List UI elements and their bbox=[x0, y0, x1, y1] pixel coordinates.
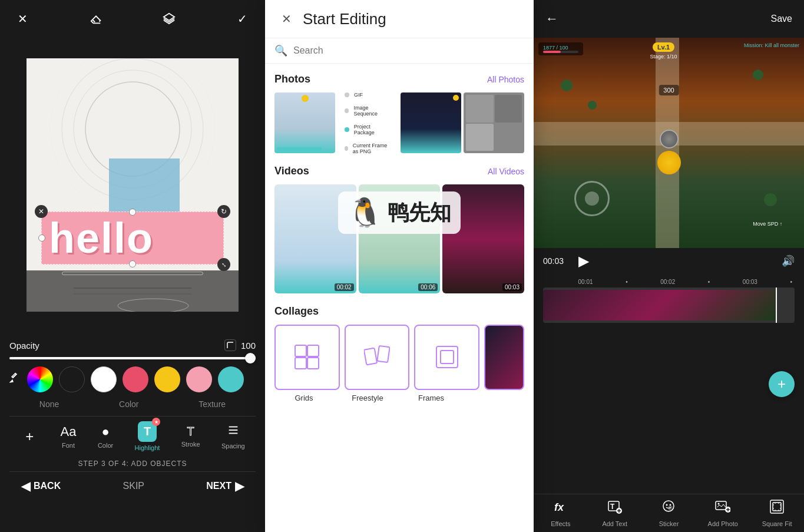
middle-content[interactable]: Photos All Photos GIF Image Sequence Pro… bbox=[265, 64, 534, 532]
opacity-label: Opacity bbox=[9, 341, 39, 351]
effects-label: Effects bbox=[551, 520, 570, 527]
timestamp-5: 00:03 bbox=[743, 279, 757, 285]
middle-panel: ✕ Start Editing 🔍 Photos All Photos GIF bbox=[265, 0, 534, 532]
font-icon: Aa bbox=[61, 424, 77, 440]
step-label: STEP 3 OF 4: ADD OBJECTS bbox=[9, 456, 256, 471]
canvas-mockup: ✕ ↻ ⤡ hello bbox=[27, 58, 239, 312]
corner-radius-btn[interactable] bbox=[224, 339, 236, 351]
photo-thumb-2[interactable]: GIF Image Sequence Project Package Curre… bbox=[338, 92, 398, 153]
search-icon: 🔍 bbox=[274, 44, 287, 57]
close-icon[interactable]: ✕ bbox=[12, 8, 33, 29]
spacing-icon bbox=[227, 424, 240, 440]
fill-tab-texture[interactable]: Texture bbox=[191, 397, 233, 411]
photos-title: Photos bbox=[274, 73, 310, 85]
right-bottom-bar: fx Effects T Add Text bbox=[534, 494, 804, 532]
joystick bbox=[574, 181, 610, 216]
video-thumb-2[interactable]: 00:06 bbox=[359, 184, 441, 293]
font-tool[interactable]: Aa Font bbox=[61, 424, 77, 449]
play-btn[interactable]: ▶ bbox=[578, 253, 589, 269]
timeline-area: 00:01 • 00:02 • 00:03 • + bbox=[534, 274, 804, 494]
color-pink[interactable] bbox=[186, 366, 212, 392]
eraser-icon[interactable] bbox=[85, 8, 107, 29]
health-bar: 1877 / 100 bbox=[538, 42, 583, 55]
svg-rect-6 bbox=[109, 158, 180, 212]
all-videos-link[interactable]: All Videos bbox=[488, 167, 524, 176]
collage-extra[interactable] bbox=[484, 325, 524, 390]
timeline-timestamps: 00:01 • 00:02 • 00:03 • bbox=[543, 279, 795, 285]
video-duration-1: 00:02 bbox=[335, 283, 354, 291]
timestamp-2: • bbox=[626, 279, 628, 285]
highlight-tool[interactable]: T ★ Highlight bbox=[135, 421, 160, 451]
search-input[interactable] bbox=[293, 45, 524, 56]
collage-labels: Grids Freestyle Frames bbox=[274, 394, 524, 402]
volume-btn[interactable]: 🔊 bbox=[782, 255, 795, 267]
spacing-tool[interactable]: Spacing bbox=[221, 424, 245, 450]
player-area bbox=[657, 130, 681, 174]
color-white[interactable] bbox=[91, 366, 117, 392]
close-panel-btn[interactable]: ✕ bbox=[277, 9, 296, 28]
color-red[interactable] bbox=[123, 366, 148, 392]
color-teal[interactable] bbox=[218, 366, 244, 392]
next-arrow-icon: ▶ bbox=[235, 479, 244, 493]
next-btn[interactable]: NEXT ▶ bbox=[206, 479, 244, 493]
timeline-track[interactable] bbox=[543, 288, 795, 323]
svg-rect-22 bbox=[441, 351, 454, 364]
color-tool[interactable]: ● Color bbox=[98, 424, 113, 449]
effects-tool[interactable]: fx Effects bbox=[543, 499, 578, 527]
highlight-box: T ★ bbox=[138, 421, 157, 442]
save-btn[interactable]: Save bbox=[771, 14, 792, 24]
fill-tab-color[interactable]: Color bbox=[112, 397, 145, 411]
photos-grid: GIF Image Sequence Project Package Curre… bbox=[274, 92, 524, 153]
collage-freestyle[interactable] bbox=[345, 325, 410, 390]
video-thumbs: 00:02 00:06 00:03 bbox=[274, 184, 524, 293]
video-thumb-3[interactable]: 00:03 bbox=[442, 184, 524, 293]
add-photo-tool[interactable]: Add Photo bbox=[705, 499, 740, 527]
layers-icon[interactable] bbox=[158, 8, 180, 29]
add-element-btn[interactable]: + bbox=[20, 427, 39, 446]
svg-text:T: T bbox=[610, 503, 615, 511]
canvas-area: ✕ ↻ ⤡ hello bbox=[0, 38, 265, 332]
svg-point-33 bbox=[718, 503, 720, 505]
video-thumb-1[interactable]: 00:02 bbox=[274, 184, 356, 293]
stroke-tool[interactable]: T Stroke bbox=[181, 425, 200, 448]
fill-tab-none[interactable]: None bbox=[32, 397, 66, 411]
square-fit-tool[interactable]: Square Fit bbox=[759, 499, 795, 527]
right-top-bar: ← Save bbox=[534, 0, 804, 38]
eyedropper-btn[interactable] bbox=[9, 372, 21, 387]
game-ui-top: 1877 / 100 Lv.1 Stage: 1/10 Mission: Kil… bbox=[538, 42, 799, 60]
opacity-slider[interactable] bbox=[9, 357, 256, 359]
color-black[interactable] bbox=[59, 366, 85, 392]
collage-grids[interactable] bbox=[274, 325, 340, 390]
spacing-label: Spacing bbox=[221, 442, 245, 450]
video-playback-bar: 00:03 ▶ 🔊 bbox=[534, 248, 804, 274]
right-back-btn[interactable]: ← bbox=[545, 11, 558, 27]
sticker-label: Sticker bbox=[659, 520, 679, 527]
svg-text:fx: fx bbox=[554, 501, 564, 513]
add-text-tool[interactable]: T Add Text bbox=[597, 499, 633, 527]
collages-section-header: Collages bbox=[274, 305, 524, 318]
photo-thumb-1[interactable] bbox=[274, 92, 335, 153]
color-picker-swatch[interactable] bbox=[27, 366, 53, 392]
skip-btn[interactable]: SKIP bbox=[123, 481, 144, 491]
sticker-tool[interactable]: Sticker bbox=[651, 499, 686, 527]
timestamp-1: 00:01 bbox=[578, 279, 593, 285]
photo-thumb-3[interactable] bbox=[401, 92, 461, 153]
photo-thumb-4[interactable] bbox=[464, 92, 524, 153]
square-fit-label: Square Fit bbox=[762, 520, 792, 527]
svg-rect-20 bbox=[377, 346, 389, 362]
next-label: NEXT bbox=[206, 481, 231, 491]
controls-area: Opacity 100 bbox=[0, 332, 265, 507]
opacity-value: 100 bbox=[241, 341, 256, 351]
video-duration-2: 00:06 bbox=[418, 283, 438, 291]
add-clip-btn[interactable]: + bbox=[769, 371, 795, 397]
all-photos-link[interactable]: All Photos bbox=[487, 75, 524, 84]
color-yellow[interactable] bbox=[154, 366, 180, 392]
score-display: 300 bbox=[659, 85, 679, 95]
right-panel: ← Save 1877 / 100 Lv.1 Stage: 1/10 bbox=[534, 0, 804, 532]
confirm-icon[interactable]: ✓ bbox=[232, 8, 253, 29]
back-btn[interactable]: ◀ BACK bbox=[21, 479, 61, 493]
collage-frames[interactable] bbox=[414, 325, 479, 390]
text-tools-row: + Aa Font ● Color T ★ Highlight T Stroke bbox=[9, 416, 256, 456]
timestamp-4: • bbox=[708, 279, 710, 285]
stroke-label: Stroke bbox=[181, 441, 200, 448]
